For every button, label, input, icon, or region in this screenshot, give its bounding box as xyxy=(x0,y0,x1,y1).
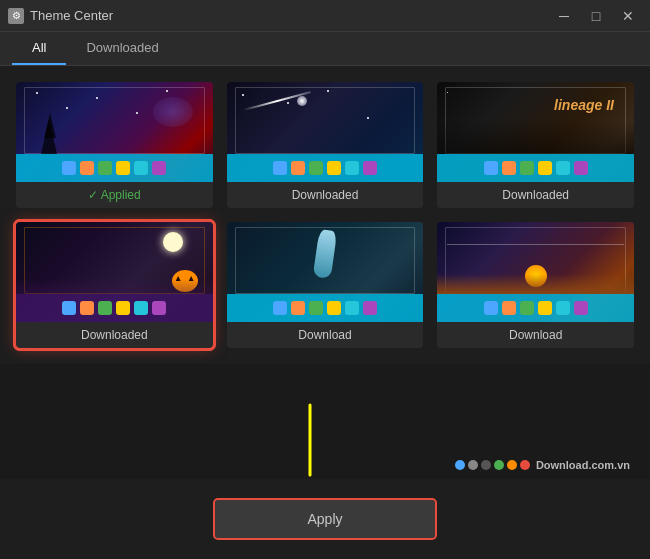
close-button[interactable]: ✕ xyxy=(614,6,642,26)
mock-desktop-feather xyxy=(227,294,424,322)
mock-desktop-space xyxy=(16,154,213,182)
theme-label-game: Downloaded xyxy=(437,182,634,208)
dot-6 xyxy=(520,460,530,470)
mock-desktop-comet xyxy=(227,154,424,182)
theme-label-halloween: Downloaded xyxy=(16,322,213,348)
dot-3 xyxy=(481,460,491,470)
tab-downloaded[interactable]: Downloaded xyxy=(66,32,178,65)
theme-preview-halloween xyxy=(16,222,213,322)
theme-card-halloween[interactable]: Downloaded xyxy=(16,222,213,348)
theme-grid: ✓ Applied Downloaded xyxy=(0,66,650,364)
watermark-text: Download.com.vn xyxy=(536,459,630,471)
theme-label-space: ✓ Applied xyxy=(16,182,213,208)
theme-label-sunset: Download xyxy=(437,322,634,348)
theme-preview-game: lineage II xyxy=(437,82,634,182)
theme-preview-sunset xyxy=(437,222,634,322)
title-bar: ⚙ Theme Center ─ □ ✕ xyxy=(0,0,650,32)
mock-desktop-sunset xyxy=(437,294,634,322)
apply-area: Apply xyxy=(0,479,650,559)
game-logo: lineage II xyxy=(554,97,614,113)
horizon-decoration xyxy=(437,274,634,294)
dot-row xyxy=(455,460,530,470)
theme-preview-space xyxy=(16,82,213,182)
minimize-button[interactable]: ─ xyxy=(550,6,578,26)
dot-1 xyxy=(455,460,465,470)
mock-desktop-halloween xyxy=(16,294,213,322)
theme-card-space[interactable]: ✓ Applied xyxy=(16,82,213,208)
maximize-button[interactable]: □ xyxy=(582,6,610,26)
window-controls: ─ □ ✕ xyxy=(550,6,642,26)
window-title: Theme Center xyxy=(30,8,550,23)
theme-card-feather[interactable]: Download xyxy=(227,222,424,348)
tab-bar: All Downloaded xyxy=(0,32,650,66)
app-icon: ⚙ xyxy=(8,8,24,24)
theme-card-sunset[interactable]: Download xyxy=(437,222,634,348)
watermark: Download.com.vn xyxy=(455,459,630,471)
theme-card-comet[interactable]: Downloaded xyxy=(227,82,424,208)
apply-button[interactable]: Apply xyxy=(215,500,435,538)
moon-decoration xyxy=(163,232,183,252)
dot-2 xyxy=(468,460,478,470)
theme-label-feather: Download xyxy=(227,322,424,348)
tab-all[interactable]: All xyxy=(12,32,66,65)
theme-preview-feather xyxy=(227,222,424,322)
theme-preview-comet xyxy=(227,82,424,182)
mock-desktop-game xyxy=(437,154,634,182)
dot-5 xyxy=(507,460,517,470)
dot-4 xyxy=(494,460,504,470)
theme-card-game[interactable]: lineage II Downloaded xyxy=(437,82,634,208)
theme-label-comet: Downloaded xyxy=(227,182,424,208)
